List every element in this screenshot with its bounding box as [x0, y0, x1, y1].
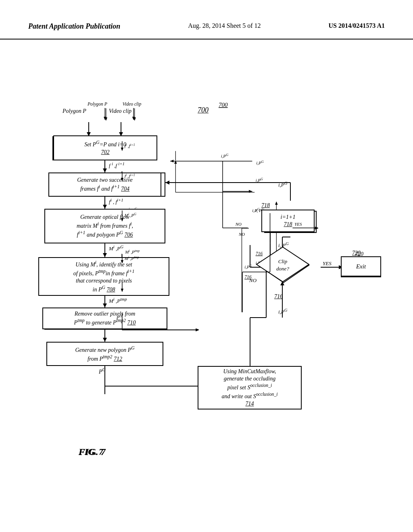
diagram-number: 700 — [198, 106, 209, 114]
svg-marker-7 — [103, 205, 107, 209]
flow-label-mi-pg: Mi ,PG — [109, 244, 123, 252]
node-706: Generate optical flow matrix Mi from fra… — [44, 209, 165, 243]
node-718: i=1+1 718 — [261, 210, 315, 232]
ref-718-label: 718 — [261, 202, 270, 209]
svg-marker-27 — [165, 181, 169, 185]
svg-marker-54 — [196, 328, 199, 331]
input-video-label: Video clip — [109, 108, 131, 114]
diagram-area: 700 Polygon P Video clip Set PG=P and i=… — [0, 44, 413, 487]
svg-text:i,PG: i,PG — [252, 208, 259, 213]
svg-text:Clip: Clip — [278, 258, 288, 264]
svg-text:done?: done? — [276, 266, 289, 272]
svg-text:Mi ,Ptmp: Mi ,Ptmp — [125, 249, 140, 254]
patent-number: US 2014/0241573 A1 — [328, 22, 385, 29]
svg-marker-123 — [170, 160, 173, 162]
svg-marker-13 — [103, 338, 107, 342]
svg-text:i,PG: i,PG — [221, 153, 228, 159]
svg-text:700: 700 — [219, 102, 228, 108]
diamond-node: Clip done? — [256, 246, 310, 283]
svg-marker-88 — [104, 117, 106, 120]
node-712: Generate new polygon PG from Ptmp2 712 — [46, 342, 163, 366]
svg-marker-39 — [105, 117, 108, 121]
svg-text:Polygon P: Polygon P — [87, 102, 107, 107]
publication-label: Patent Application Publication — [28, 22, 120, 31]
svg-text:NO: NO — [238, 232, 245, 237]
fig-label: FIG. 7 — [79, 447, 106, 457]
node-708: Using Mi, identify the set of pixels, Pt… — [38, 257, 169, 296]
svg-marker-119 — [249, 190, 252, 193]
svg-text:i,PG: i,PG — [244, 264, 252, 270]
node-exit: Exit — [341, 256, 381, 276]
svg-marker-41 — [133, 117, 136, 121]
svg-marker-62 — [275, 202, 278, 205]
svg-text:NO: NO — [235, 222, 242, 227]
node-714: Using MinCutMaxflow, generate the occlud… — [198, 366, 302, 409]
flow-label-fi: f i ,f i+1 — [109, 161, 125, 169]
ipg-label-2: i,PG — [278, 181, 288, 188]
svg-marker-11 — [103, 303, 107, 308]
page-header: Patent Application Publication Aug. 28, … — [0, 0, 413, 39]
svg-marker-9 — [103, 253, 107, 257]
ref-716: 716 — [274, 293, 283, 300]
node-710: Remove outlier pixels from Ptmp to gener… — [42, 308, 167, 329]
node-702: Set PG=P and i=0 702 — [53, 135, 157, 160]
ipg-label-below-clip: i,PG — [278, 308, 288, 315]
svg-text:i,PG: i,PG — [256, 177, 263, 183]
svg-text:Video clip: Video clip — [123, 102, 142, 107]
flow-label-pg: PG — [99, 367, 106, 375]
input-polygon-label: Polygon P — [63, 108, 86, 114]
yes-label: YES — [323, 260, 332, 267]
svg-marker-65 — [174, 160, 177, 164]
svg-marker-5 — [103, 168, 107, 172]
flow-label-mi-ptmp: Mi ,Ptmp — [109, 297, 127, 304]
flow-label-fi-fi1: fi , fi+1 — [109, 197, 123, 205]
svg-marker-84 — [257, 247, 309, 282]
page: Patent Application Publication Aug. 28, … — [0, 0, 413, 532]
svg-marker-107 — [196, 329, 199, 332]
ref-720: 720 — [352, 250, 361, 256]
node-704: Generate two successive frames fi and fi… — [48, 172, 161, 197]
svg-marker-90 — [132, 117, 135, 120]
sheet-info: Aug. 28, 2014 Sheet 5 of 12 — [188, 22, 261, 29]
no-label: NO — [249, 277, 257, 284]
svg-text:i,PG: i,PG — [256, 160, 263, 166]
